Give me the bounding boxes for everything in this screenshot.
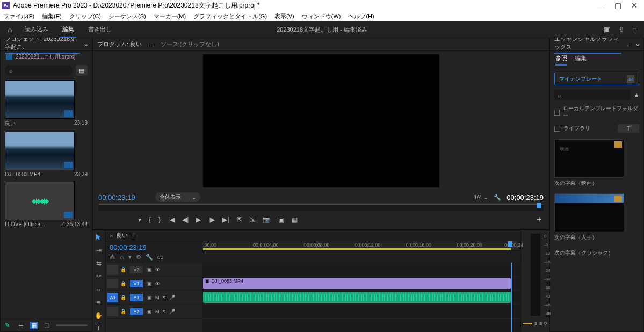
asset-name: 良い [5,120,16,127]
caption-icon[interactable]: cc [157,254,163,261]
timeline-toolbar: ⇥ ⇆ ✂ ↔ ✒ ✋ T [92,230,105,332]
track-header-a2[interactable]: 🔒 A2 ▣MS🎤 [105,305,202,319]
home-icon[interactable]: ⌂ [8,25,12,34]
timeline-settings-icon[interactable]: ⚙ [136,254,141,261]
safe-margins-icon[interactable]: ▦ [292,216,298,223]
source-tab[interactable]: ソース:(クリップなし) [161,40,219,48]
eg-overflow-icon[interactable]: » [636,41,639,48]
local-templates-checkbox[interactable]: ローカルテンプレートフォルダー [554,105,639,120]
solo-right[interactable]: S [539,321,542,326]
program-resolution-dropdown[interactable]: 1/4 ⌄ [474,194,488,201]
freeform-icon[interactable]: ✎ [5,322,10,329]
track-header-a1[interactable]: A1🔒 A1 ▣MS🎤 [105,291,202,305]
libraries-checkbox[interactable]: ライブラリ T [554,124,639,133]
add-marker-icon[interactable]: ▾ [138,216,141,223]
workspace-export[interactable]: 書き出し [86,22,114,38]
eg-edit-tab[interactable]: 編集 [575,54,587,66]
lift-icon[interactable]: ⇱ [237,216,242,223]
solo-left[interactable]: S [534,321,537,326]
menu-marker[interactable]: マーカー(M) [154,12,186,20]
selection-tool-icon[interactable] [95,234,103,241]
timeline-ruler[interactable]: ;00;00 00;00;04;00 00;00;08;00 00;00;12;… [202,241,520,251]
workspace-import[interactable]: 読み込み [23,22,50,38]
asset-list: 良い23;19 DJI_0083.MP423;39 I LOVE [Offici… [1,78,92,319]
menu-view[interactable]: 表示(V) [274,12,294,20]
project-search-input[interactable]: ⌕ [5,65,73,76]
asset-item[interactable]: I LOVE [Officia...4;35;13;44 [5,182,88,227]
type-tool-icon[interactable]: T [95,324,103,332]
quick-export-icon[interactable]: ▣ [604,25,611,34]
program-playhead[interactable] [537,203,541,208]
maximize-button[interactable]: ▢ [614,1,621,10]
wrench-tl-icon[interactable]: 🔧 [146,254,153,261]
track-header-v2[interactable]: 🔒 V2 ▣👁 [105,263,202,277]
go-to-in-icon[interactable]: |◀ [168,216,175,223]
source-patch[interactable]: A1 [107,293,118,302]
icon-view-icon[interactable]: ▦ [30,322,38,329]
slip-tool-icon[interactable]: ↔ [95,286,103,293]
eg-preset-item[interactable]: 映画 次の字幕（映画） [554,139,639,187]
eg-preset-item[interactable]: 次の字幕（人手） [554,193,639,241]
eg-preset-item[interactable]: 次の字幕（クラシック） [554,248,639,257]
asset-item[interactable]: 良い23;19 [5,80,88,127]
extract-icon[interactable]: ⇲ [250,216,255,223]
track-select-tool-icon[interactable]: ⇥ [95,247,103,254]
hand-tool-icon[interactable]: ✋ [95,312,103,319]
preset-label: 次の字幕（クラシック） [554,249,639,257]
workspace-edit[interactable]: 編集 [60,22,76,38]
mark-in-icon[interactable]: { [149,216,151,223]
timeline-playhead[interactable] [508,241,512,247]
linked-selection-icon[interactable]: ∩ [120,254,124,261]
eg-search-input[interactable]: ⌕ [554,90,631,100]
razor-tool-icon[interactable]: ✂ [95,272,103,280]
my-templates-button[interactable]: マイテンプレート St [554,73,639,85]
work-area-bar[interactable] [203,248,511,250]
menu-graphics[interactable]: グラフィックとタイトル(G) [193,12,267,20]
step-back-icon[interactable]: ◀| [182,216,189,223]
audio-clip[interactable] [203,292,511,303]
eg-menu-icon[interactable]: ≡ [628,41,631,48]
program-timecode-left[interactable]: 00;00;23;19 [98,193,150,201]
close-button[interactable]: ✕ [631,1,638,10]
program-menu-icon[interactable]: ≡ [149,41,153,48]
program-monitor[interactable] [203,54,439,187]
go-to-out-icon[interactable]: ▶| [222,216,229,223]
program-ruler[interactable] [98,204,544,211]
track-header-v1[interactable]: 🔒 V1 ▣👁 [105,277,202,291]
project-filter-icon[interactable]: ▤ [76,65,88,76]
timeline-timecode[interactable]: 00;00;23;19 [110,243,198,251]
video-clip[interactable]: ▣ DJI_0083.MP4 [203,278,511,289]
sequence-tab[interactable]: 良い [116,232,128,240]
snap-icon[interactable]: ⁂ [110,254,115,261]
wrench-icon[interactable]: 🔧 [494,194,501,201]
comparison-icon[interactable]: ▣ [278,216,284,223]
asset-item[interactable]: DJI_0083.MP423;39 [5,132,88,177]
ripple-edit-tool-icon[interactable]: ⇆ [95,259,103,267]
program-zoom-dropdown[interactable]: 全体表示⌄ [155,192,200,202]
timeline-menu-icon[interactable]: ≡ [131,233,134,239]
share-icon[interactable]: ⇪ [618,25,625,34]
add-marker-tl-icon[interactable]: ▾ [128,254,132,261]
menu-clip[interactable]: クリップ(C) [69,12,101,20]
minimize-button[interactable]: — [597,1,605,10]
export-frame-icon[interactable]: 📷 [263,216,271,223]
favorite-icon[interactable]: ★ [634,92,639,99]
menu-file[interactable]: ファイル(F) [3,12,34,20]
pen-tool-icon[interactable]: ✒ [95,299,103,306]
timeline-track-area[interactable]: ▣ DJI_0083.MP4 [202,263,520,332]
menu-window[interactable]: ウィンドウ(W) [302,12,341,20]
mark-out-icon[interactable]: } [158,216,161,223]
menu-sequence[interactable]: シーケンス(S) [108,12,146,20]
freeform-view-icon[interactable]: ▢ [43,322,50,329]
play-icon[interactable]: ▶ [196,216,201,223]
menu-help[interactable]: ヘルプ(H) [348,12,374,20]
menu-edit[interactable]: 編集(E) [42,12,62,20]
list-view-icon[interactable]: ☰ [17,322,25,329]
panel-overflow-icon[interactable]: » [84,41,88,48]
button-editor-icon[interactable]: ＋ [535,214,544,225]
thumbnail-size-slider[interactable] [56,324,88,326]
step-forward-icon[interactable]: |▶ [208,216,215,223]
workspace-menu-icon[interactable]: ≡ [632,25,636,34]
program-tab[interactable]: プログラム: 良い [97,40,142,48]
eg-browse-tab[interactable]: 参照 [555,54,567,66]
